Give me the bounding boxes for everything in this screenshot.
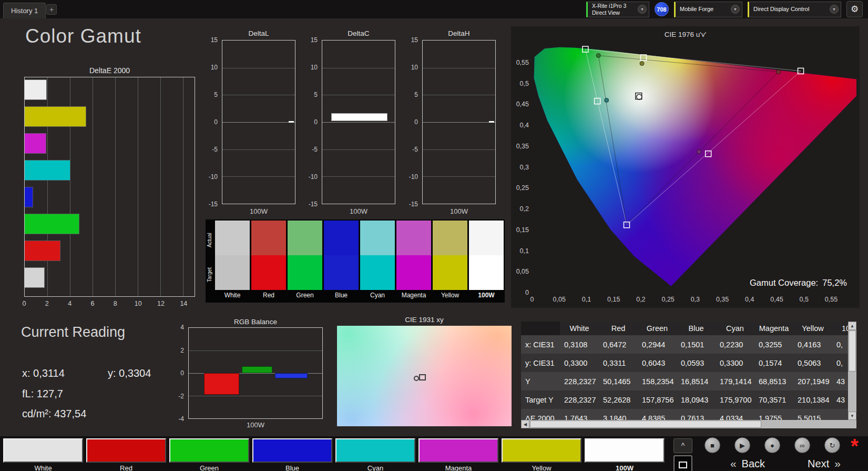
strip-chart-plot	[222, 40, 295, 204]
table-cell: 0,0593	[677, 354, 716, 372]
axis-tick-label: 4	[68, 300, 72, 307]
swatch-label: Yellow	[433, 290, 467, 300]
grid-line	[115, 77, 116, 296]
add-tab-button[interactable]: +	[46, 4, 57, 15]
pattern-button-yellow[interactable]	[502, 438, 581, 463]
actual-swatch	[360, 221, 395, 255]
table-cell: 4,8385	[638, 409, 677, 420]
play-button[interactable]: ▶	[734, 437, 750, 453]
meter-selector[interactable]: X-Rite i1Pro 3 Direct View ▼	[586, 2, 649, 17]
axis-tick-label: 0	[530, 296, 534, 303]
axis-tick-label: 0,2	[636, 296, 645, 303]
vertical-scroll-thumb[interactable]	[849, 330, 856, 372]
chevron-down-icon[interactable]: ▼	[830, 5, 839, 14]
pattern-buttons: WhiteRedGreenBlueCyanMagentaYellow100W	[3, 438, 665, 471]
source-selector[interactable]: Mobile Forge ▼	[674, 2, 742, 17]
measured-marker-cyan	[605, 98, 609, 103]
grid-line	[322, 95, 395, 95]
strip-chart-plot	[322, 40, 395, 204]
pattern-button-wrap: Magenta	[418, 438, 498, 471]
swatch-column-green: Green	[288, 221, 322, 302]
back-label: Back	[742, 458, 765, 470]
table-row: ΔE 20001,76433,18404,83850,76134,03341,9…	[521, 409, 848, 420]
pattern-button-green[interactable]	[169, 438, 249, 463]
axis-tick-label: 10	[411, 64, 418, 71]
table-cell: 0,5063	[793, 354, 832, 372]
measured-marker-red	[777, 70, 781, 74]
table-cell: 228,2327	[560, 372, 599, 390]
row-label: y: CIE31	[521, 354, 560, 372]
table-vertical-scrollbar[interactable]: ▲ ▼	[848, 322, 856, 420]
scroll-left-button[interactable]: ◀	[521, 420, 529, 428]
strip-chart-title: DeltaH	[422, 29, 496, 37]
gamut-coverage-label: Gamut Coverage:	[750, 278, 818, 288]
pattern-button-magenta[interactable]	[418, 438, 498, 463]
swatch-column-red: Red	[251, 221, 286, 302]
next-label: Next	[808, 458, 829, 470]
axis-tick-label: 0,25	[661, 296, 674, 303]
deltae-bar-100w	[25, 79, 47, 100]
deltae-chart	[24, 77, 195, 297]
axis-tick-label: 0,05	[516, 268, 529, 275]
pattern-button-red[interactable]	[86, 438, 166, 463]
rgb-balance-title: RGB Balance	[188, 318, 323, 326]
axis-tick-label: -5	[312, 146, 318, 153]
pattern-button-blue[interactable]	[252, 438, 332, 463]
tab-history-1[interactable]: History 1	[3, 3, 46, 18]
grid-line	[222, 149, 295, 150]
y-axis-labels: -15-10-5051015	[306, 40, 320, 204]
back-button[interactable]: « Back	[711, 457, 784, 470]
record-button[interactable]: ●	[764, 437, 780, 453]
refresh-button[interactable]: ↻	[824, 437, 840, 453]
column-header-white: White	[560, 322, 599, 335]
scroll-up-button[interactable]: ▲	[848, 322, 856, 330]
rgb-balance-plot	[188, 327, 323, 419]
pattern-button-cyan[interactable]	[335, 438, 415, 463]
rgb-balance-y-axis: -4-2024	[172, 327, 186, 419]
table-cell: 0,	[832, 354, 848, 372]
grid-line	[423, 68, 495, 68]
table-cell: 0,6043	[638, 354, 677, 372]
cie-1976-diagram	[532, 40, 856, 293]
measured-marker-green	[596, 54, 600, 58]
axis-tick-label: 2	[45, 300, 49, 307]
pattern-window-button[interactable]	[673, 455, 692, 471]
grid-line	[423, 149, 495, 150]
grid-line	[160, 77, 161, 296]
axis-tick-label: 0,35	[716, 296, 729, 303]
table-cell: 175,9700	[716, 390, 754, 409]
table-horizontal-scrollbar[interactable]: ◀ ▶	[521, 420, 856, 428]
swatch-column-100w: 100W	[469, 221, 504, 302]
actual-swatch	[251, 221, 286, 255]
axis-tick-label: 10	[311, 64, 318, 71]
strip-chart-title: DeltaC	[322, 29, 395, 37]
axis-tick-label: -15	[209, 201, 218, 208]
display-control-selector[interactable]: Direct Display Control ▼	[748, 2, 841, 17]
column-header-green: Green	[638, 322, 677, 335]
pattern-button-white[interactable]	[3, 438, 83, 463]
loop-button[interactable]: ∞	[794, 437, 810, 453]
meter-mode: Direct View	[592, 9, 638, 16]
collapse-panel-button[interactable]: ^	[673, 438, 692, 453]
next-button[interactable]: Next »	[789, 457, 860, 470]
axis-tick-label: 10	[211, 64, 218, 71]
pattern-button-wrap: 100W	[585, 438, 665, 471]
stop-button[interactable]: ■	[704, 437, 720, 453]
settings-button[interactable]: ⚙	[846, 1, 863, 17]
chevron-down-icon[interactable]: ▼	[731, 5, 740, 14]
play-icon: ▶	[740, 442, 745, 449]
deltae-bar-magenta	[25, 133, 46, 154]
pattern-button-100w[interactable]	[585, 438, 665, 463]
measured-marker-yellow	[640, 62, 644, 66]
table-cell: 158,2354	[638, 372, 677, 390]
deltae-bar-blue	[25, 187, 33, 207]
axis-tick-label: -5	[412, 146, 418, 153]
chevron-down-icon[interactable]: ▼	[638, 5, 647, 14]
actual-swatch	[433, 221, 467, 255]
reading-x-value: x: 0,3114	[22, 367, 65, 379]
horizontal-scroll-thumb[interactable]	[530, 420, 761, 428]
axis-tick-label: 0,3	[520, 164, 529, 171]
axis-tick-label: -15	[409, 201, 418, 208]
table-cell: 0,4163	[793, 335, 832, 354]
scroll-down-button[interactable]: ▼	[848, 412, 856, 420]
